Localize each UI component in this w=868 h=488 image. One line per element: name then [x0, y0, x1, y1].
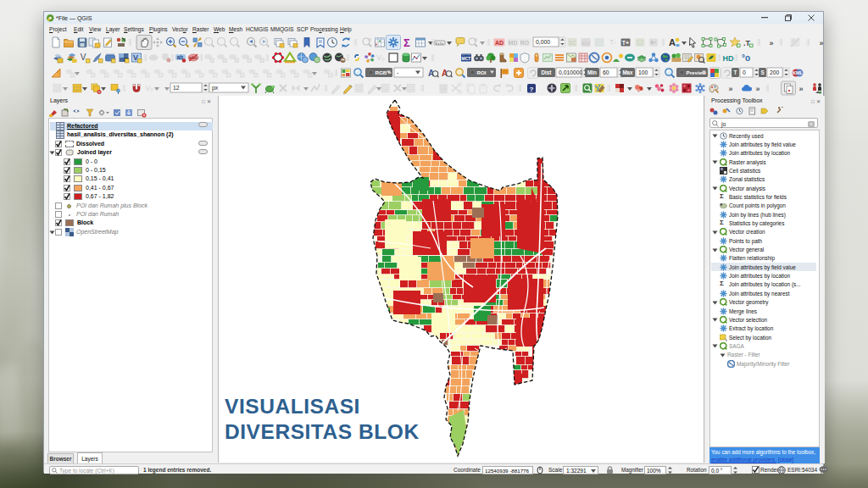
svg-text:ab: ab [177, 54, 184, 60]
svg-text:12: 12 [173, 85, 180, 91]
svg-text:T+: T+ [622, 40, 629, 46]
svg-text:100: 100 [638, 69, 648, 75]
svg-text:AD: AD [495, 40, 504, 46]
svg-text:ROI: ROI [477, 69, 487, 75]
svg-text:Dist: Dist [542, 69, 553, 75]
svg-text:ADJ: ADJ [581, 41, 590, 46]
svg-text:»: » [755, 85, 760, 93]
svg-text:px: px [212, 85, 219, 92]
svg-text:KML: KML [793, 70, 804, 75]
svg-text:RO: RO [520, 40, 530, 46]
svg-text:0: 0 [743, 69, 746, 75]
svg-text:HD: HD [723, 54, 734, 63]
svg-text:»: » [798, 85, 803, 93]
svg-text:»: » [769, 39, 773, 47]
svg-text:?: ? [530, 86, 534, 93]
svg-text:0,010000: 0,010000 [559, 69, 583, 75]
svg-text:SC: SC [568, 40, 576, 46]
svg-text:S: S [760, 69, 764, 75]
svg-text:°o: °o [742, 53, 750, 63]
svg-text:T-: T- [609, 38, 616, 47]
svg-text:0,000: 0,000 [536, 39, 550, 45]
svg-text:Vₒ: Vₒ [145, 84, 153, 92]
svg-text:Max: Max [622, 69, 633, 75]
svg-text:-: - [397, 69, 398, 75]
svg-text:V: V [133, 53, 138, 62]
svg-text:MD: MD [509, 40, 518, 46]
svg-text:Min: Min [587, 69, 597, 75]
svg-text:V: V [81, 53, 86, 62]
svg-text:»: » [728, 85, 732, 93]
svg-text:Vₒ: Vₒ [376, 53, 385, 62]
svg-text:200: 200 [770, 69, 780, 75]
svg-text:T: T [734, 69, 737, 75]
svg-text:MCT: MCT [462, 56, 471, 61]
svg-text:»: » [819, 39, 823, 47]
svg-text:Σ: Σ [403, 36, 410, 49]
svg-text:60: 60 [603, 69, 609, 75]
svg-text:A: A [669, 37, 676, 47]
